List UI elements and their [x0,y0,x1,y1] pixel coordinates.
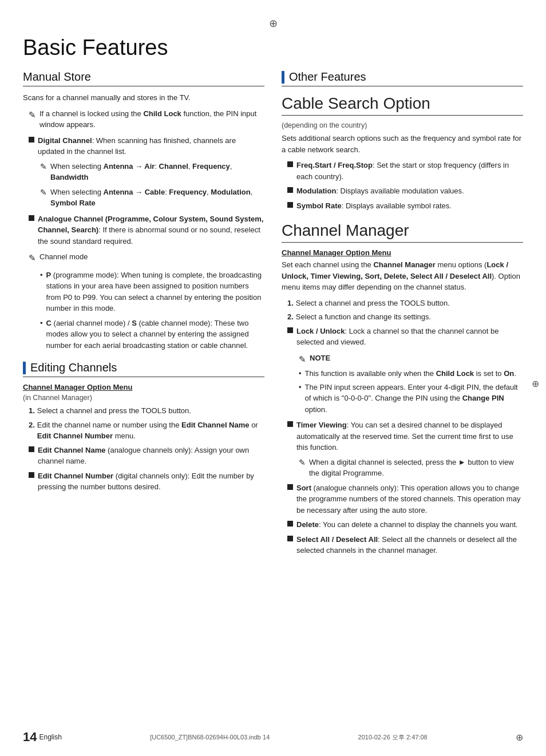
editing-channels-heading: Editing Channels [30,361,117,374]
antenna-cable-text: When selecting Antenna → Cable: Frequenc… [50,187,264,209]
editing-channels-header: Editing Channels [23,361,264,374]
cable-search-intro: Sets additional search options such as t… [282,133,523,155]
cable-search-heading: Cable Search Option [282,94,523,113]
cm-step-1: 1. Select a channel and press the TOOLS … [282,298,523,309]
bottom-right-icon: ⊕ [516,732,523,743]
footer-file-info: [UC6500_ZT]BN68-02694H-00L03.indb 14 [150,734,270,741]
note-text-1: This function is available only when the… [305,368,516,379]
note-box: ✎ NOTE • This function is available only… [293,353,523,415]
other-features-heading: Other Features [289,70,366,84]
edit-channel-name-text: Edit Channel Name (analogue channels onl… [38,445,264,467]
cable-search-parens: (depending on the country) [282,121,523,129]
page-number: 14 [23,730,37,745]
note-bullet-2: • [299,382,302,415]
page: ⊕ Basic Features Manual Store Scans for … [0,0,546,756]
edit-channel-number-item: Edit Channel Number (digital channels on… [29,470,264,493]
channel-mode-note: ✎ Channel mode [23,251,264,265]
channel-manager-section: Channel Manager Channel Manager Option M… [282,221,523,556]
analogue-channel-item: Analogue Channel (Programme, Colour Syst… [29,213,264,247]
symbol-rate-item: Symbol Rate: Displays available symbol r… [287,200,523,212]
select-all-item: Select All / Deselect All: Select all th… [287,534,523,556]
left-column: Manual Store Scans for a channel manuall… [23,70,264,567]
edit-channel-bullets: Edit Channel Name (analogue channels onl… [23,445,264,493]
note-icon-2: ✎ [29,252,36,265]
manual-store-section: Manual Store Scans for a channel manuall… [23,70,264,351]
antenna-air-note: ✎ When selecting Antenna → Air: Channel,… [29,161,264,183]
right-edge-icon: ⊕ [532,378,539,389]
digital-channel-text: Digital Channel: When scanning has finis… [38,135,264,157]
editing-step1-text: Select a channel and press the TOOLS but… [37,405,191,417]
cs-mode-item: C (aerial channel mode) / S (cable chann… [40,318,264,351]
note-bullet-1: • [299,368,302,379]
footer-date: 2010-02-26 오후 2:47:08 [358,733,428,742]
bullet-square-3 [29,446,34,452]
manual-store-heading: Manual Store [23,70,264,84]
freq-start-item: Freq.Start / Freq.Stop: Set the start or… [287,160,523,182]
cs-mode-text: C (aerial channel mode) / S (cable chann… [46,318,264,351]
symbol-rate-text: Symbol Rate: Displays available symbol r… [296,200,452,212]
note-sub-2: • The PIN input screen appears. Enter yo… [293,382,523,415]
bullet-square-7 [287,202,293,208]
sub-note-icon-1: ✎ [40,161,47,183]
edit-channel-name-item: Edit Channel Name (analogue channels onl… [29,445,264,467]
bullet-square-1 [29,137,34,143]
delete-text: Delete: You can delete a channel to disp… [296,519,518,531]
right-column: Other Features Cable Search Option (depe… [282,70,523,567]
editing-channels-in-parens: (in Channel Manager) [23,394,264,402]
channel-manager-heading: Channel Manager [282,221,523,240]
editing-step2-text: Edit the channel name or number using th… [37,419,264,442]
child-lock-note-text: If a channel is locked using the Child L… [39,108,264,130]
freq-start-text: Freq.Start / Freq.Stop: Set the start or… [296,160,523,182]
sub-note-icon-3: ✎ [299,457,306,479]
bullet-square-10 [287,484,293,490]
dot-list-modes: P (programme mode): When tuning is compl… [23,270,264,351]
digital-channel-item: Digital Channel: When scanning has finis… [29,135,264,157]
antenna-cable-note: ✎ When selecting Antenna → Cable: Freque… [29,187,264,209]
delete-item: Delete: You can delete a channel to disp… [287,519,523,531]
note-label-item: ✎ NOTE [293,353,523,366]
footer-page-number: 14 English [23,730,62,745]
antenna-air-text: When selecting Antenna → Air: Channel, F… [50,161,264,183]
note-text-2: The PIN input screen appears. Enter your… [305,382,523,415]
footer: 14 English [UC6500_ZT]BN68-02694H-00L03.… [23,730,523,745]
bullet-square-8 [287,327,293,333]
footer-language: English [39,733,61,741]
analogue-channel-text: Analogue Channel (Programme, Colour Syst… [38,213,264,247]
p-mode-text: P (programme mode): When tuning is compl… [46,270,264,314]
lock-unlock-text: Lock / Unlock: Lock a channel so that th… [296,326,523,348]
edit-channel-number-text: Edit Channel Number (digital channels on… [38,470,264,493]
sub-note-icon-2: ✎ [40,187,47,209]
other-features-header: Other Features [282,70,523,84]
bullet-square-5 [287,161,293,167]
modulation-text: Modulation: Displays available modulatio… [296,185,464,197]
channel-manager-intro: Set each channel using the Channel Manag… [282,259,523,293]
timer-viewing-item: Timer Viewing: You can set a desired cha… [287,419,523,453]
channel-mode-text: Channel mode [39,251,88,265]
cm-step1-text: Select a channel and press the TOOLS but… [296,298,450,309]
bullet-square-9 [287,421,293,427]
timer-sub-note: ✎ When a digital channel is selected, pr… [287,457,523,479]
top-center-icon: ⊕ [23,17,523,30]
editing-step-2: 2. Edit the channel name or number using… [23,419,264,442]
note-icon-3: ✎ [299,353,306,366]
child-lock-note: ✎ If a channel is locked using the Child… [23,108,264,130]
editing-channels-subsection: Channel Manager Option Menu [23,383,264,391]
cable-search-section: Cable Search Option (depending on the co… [282,94,523,211]
manual-store-intro: Scans for a channel manually and stores … [23,92,264,104]
sort-item: Sort (analogue channels only): This oper… [287,482,523,516]
bullet-square-12 [287,536,293,541]
bullet-square-6 [287,187,293,193]
note-icon-1: ✎ [29,109,36,130]
step-num-2: 2. [29,419,35,442]
page-title: Basic Features [23,35,523,60]
lock-unlock-item: Lock / Unlock: Lock a channel so that th… [287,326,523,348]
cable-search-bullets: Freq.Start / Freq.Stop: Set the start or… [282,160,523,211]
cm-step-num-1: 1. [287,298,294,309]
note-label-text: NOTE [310,353,330,366]
digital-channel-bullet: Digital Channel: When scanning has finis… [23,135,264,209]
bullet-square-2 [29,215,34,221]
cm-step-2: 2. Select a function and change its sett… [282,311,523,323]
editing-step-1: 1. Select a channel and press the TOOLS … [23,405,264,417]
sort-text: Sort (analogue channels only): This oper… [296,482,523,516]
blue-bar-editing [23,362,26,374]
